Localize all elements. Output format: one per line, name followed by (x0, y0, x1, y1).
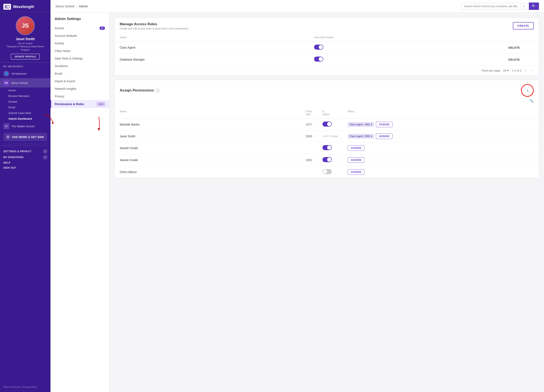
rows-per-page-select[interactable]: 10 25 50 (502, 69, 509, 72)
settings-class-notes[interactable]: Class Notes (50, 47, 109, 55)
assign-title-row: Assign Permissions i (120, 88, 160, 93)
settings-donations[interactable]: Donations (50, 62, 109, 70)
row-michelle-banks: Michelle Banks (120, 123, 306, 126)
sidebar-bottom-links: Terms of Service | Privacy Policy (0, 384, 50, 392)
search-input[interactable] (461, 3, 520, 9)
row-chris-admin-toggle[interactable] (322, 169, 332, 174)
col-is-admin-header: IsAdmin (322, 110, 348, 116)
settings-data-tools[interactable]: Data Tools & Settings (50, 55, 109, 62)
prev-page-button[interactable]: ‹ (524, 68, 527, 73)
next-page-button[interactable]: › (530, 68, 534, 73)
nav-email[interactable]: Email (8, 105, 50, 110)
rows-per-page-label: Rows per page: (482, 69, 501, 72)
pagination-range: 1-2 of 2 (512, 69, 521, 72)
sidebar-separator (3, 144, 47, 144)
role-chip: Class Agent: 2000 × (348, 134, 374, 139)
create-button[interactable]: CREATE (513, 22, 534, 29)
info-icon[interactable]: i (156, 88, 160, 92)
row-seanie-1-admin-toggle[interactable] (322, 145, 332, 150)
delete-database-manager-button[interactable]: DELETE (509, 58, 520, 61)
settings-account-defaults[interactable]: Account Defaults (50, 32, 109, 40)
row-michelle-admin-toggle[interactable] (322, 122, 332, 127)
row-seanie-2-class-year: 1981 (306, 158, 322, 162)
row-seanie-2-admin-toggle[interactable] (322, 157, 332, 162)
settings-privacy-expand-icon: + (43, 150, 47, 153)
add-more-label: ADD MORE & GET $300 (12, 135, 44, 139)
row-class-agent-toggle-wrap (314, 45, 509, 51)
row-michelle-class-year: 1977 (306, 123, 322, 126)
settings-network-insights[interactable]: Network Insights (50, 85, 109, 93)
avatar: JS (16, 16, 35, 35)
sidebar-header: Wavelength (0, 0, 50, 12)
row-seanie-civale-1: Seanie Civale (120, 146, 306, 150)
user-name: Janet Smith (3, 37, 47, 41)
sidebar: Wavelength JS Janet Smith City of London… (0, 0, 50, 392)
row-database-manager-toggle[interactable] (314, 57, 323, 62)
access-badge: 17 (100, 27, 105, 30)
nav-admin-dashboard[interactable]: Admin Dashboard (8, 116, 50, 122)
nav-submit-class-note[interactable]: Submit Class Note (8, 110, 50, 116)
user-section: JS Janet Smith City of London Therapist … (0, 12, 50, 63)
assign-button[interactable]: ASSIGN (348, 157, 364, 163)
assign-button[interactable]: ASSIGN (376, 134, 393, 139)
chevron-up-icon[interactable]: ∧ (526, 88, 529, 93)
nav-home[interactable]: Home (8, 88, 50, 93)
settings-activity[interactable]: Activity (50, 40, 109, 47)
remove-role-button[interactable]: × (371, 123, 372, 126)
nav-browse-members[interactable]: Browse Members (8, 93, 50, 99)
row-seanie-2-roles: ASSIGN (348, 157, 534, 163)
settings-panel: Admin Settings Access 17 Account Default… (50, 13, 109, 392)
assign-button[interactable]: ASSIGN (348, 145, 364, 151)
rows-per-page: Rows per page: 10 25 50 (482, 69, 509, 72)
settings-access[interactable]: Access 17 (50, 24, 109, 32)
content-area: Admin Settings Access 17 Account Default… (50, 13, 544, 392)
delete-class-agent-button[interactable]: DELETE (509, 46, 520, 49)
row-chris-roles: ASSIGN (348, 169, 534, 175)
row-class-agent-toggle[interactable] (314, 45, 323, 50)
my-donations-link[interactable]: MY DONATIONS + (3, 154, 47, 160)
sign-out-link[interactable]: SIGN OUT (3, 165, 47, 170)
top-bar: Demo School › Admin ▽ 🔍 (50, 0, 544, 13)
all-networks-label: All Networks (11, 72, 27, 75)
settings-import-export[interactable]: Import & Export (50, 77, 109, 85)
row-database-manager-toggle-wrap (314, 57, 509, 63)
assign-button[interactable]: ASSIGN (376, 122, 393, 127)
filter-icon[interactable]: ▽ (520, 3, 527, 9)
all-networks-item[interactable]: 🌐 All Networks (0, 69, 50, 78)
help-link[interactable]: HELP (3, 160, 47, 165)
table-row: Janet Smith 2000 Can't Change Class Agen… (115, 131, 539, 142)
logo-icon (3, 4, 11, 10)
settings-privacy-link[interactable]: SETTINGS & PRIVACY + (3, 148, 47, 154)
nav-donate[interactable]: Donate (8, 99, 50, 105)
globe-icon: 🌐 (3, 71, 9, 76)
update-profile-button[interactable]: UPDATE PROFILE (11, 54, 40, 59)
row-database-manager-name: Database Manager (120, 58, 314, 61)
settings-permissions-roles[interactable]: Permissions & Roles NEW (50, 100, 109, 108)
table-row: Michelle Banks 1977 Class Agent: 1993 × … (115, 119, 539, 131)
manage-access-table-header: Name View Data Health (115, 33, 539, 42)
row-seanie-1-roles: ASSIGN (348, 145, 534, 151)
new-badge: NEW (97, 102, 105, 106)
settings-privacy[interactable]: Privacy (50, 93, 109, 100)
walker-school-item[interactable]: W The Walker School (0, 122, 50, 131)
assign-button[interactable]: ASSIGN (348, 169, 364, 175)
sub-nav: Home Browse Members Donate Email Submit … (0, 88, 50, 122)
demo-school-label: Demo School (11, 81, 28, 85)
breadcrumb-network[interactable]: Demo School (56, 4, 74, 8)
search-bar: ▽ 🔍 (461, 3, 539, 10)
walker-school-label: The Walker School (11, 125, 34, 128)
settings-email[interactable]: Email (50, 70, 109, 77)
breadcrumb-current: Admin (79, 4, 88, 8)
privacy-policy-link[interactable]: Privacy Policy (23, 385, 37, 389)
plus-icon: + (6, 135, 10, 139)
search-button[interactable]: 🔍 (529, 3, 539, 10)
terms-of-service-link[interactable]: Terms of Service (3, 385, 21, 389)
search-members-icon[interactable]: 🔍 (529, 99, 534, 103)
manage-access-title: Manage Access Roles (120, 22, 189, 26)
demo-school-item[interactable]: DS Demo School (0, 78, 50, 88)
svg-rect-2 (7, 6, 7, 8)
role-chip: Class Agent: 1993 × (348, 122, 374, 127)
remove-role-button[interactable]: × (371, 135, 372, 138)
chevron-up-area: ∧ (521, 84, 534, 97)
add-more-button[interactable]: + ADD MORE & GET $300 (3, 133, 47, 141)
